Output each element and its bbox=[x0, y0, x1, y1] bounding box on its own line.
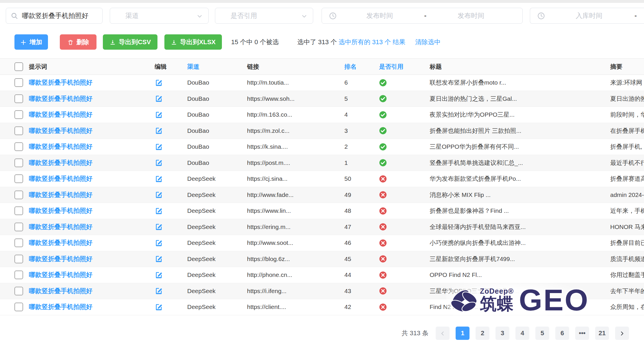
select-all-checkbox[interactable] bbox=[14, 62, 23, 71]
cited-yes-icon bbox=[379, 143, 387, 151]
edit-button[interactable] bbox=[155, 223, 163, 231]
row-checkbox[interactable] bbox=[14, 223, 23, 231]
edit-button[interactable] bbox=[155, 111, 163, 119]
row-checkbox[interactable] bbox=[14, 191, 23, 199]
edit-button[interactable] bbox=[155, 79, 163, 87]
rank-value: 46 bbox=[344, 239, 377, 246]
prompt-link[interactable]: 哪款竖折叠手机拍照好 bbox=[29, 159, 92, 166]
column-header-prompt: 提示词 bbox=[29, 63, 155, 71]
cited-select[interactable]: 是否引用 bbox=[215, 8, 313, 24]
prompt-link[interactable]: 哪款竖折叠手机拍照好 bbox=[29, 95, 92, 102]
select-all-results-link[interactable]: 选中所有的 313 个 结果 bbox=[339, 34, 405, 50]
pagination-prev-button[interactable] bbox=[436, 327, 450, 340]
summary-value: 折叠屏手机, bbox=[610, 143, 644, 151]
row-checkbox[interactable] bbox=[14, 174, 23, 183]
prompt-link[interactable]: 哪款竖折叠手机拍照好 bbox=[29, 303, 92, 310]
prompt-link[interactable]: 哪款竖折叠手机拍照好 bbox=[29, 207, 92, 214]
column-header-summary: 摘要 bbox=[610, 63, 644, 71]
row-checkbox[interactable] bbox=[14, 255, 23, 263]
storage-time-range-picker[interactable]: 入库时间 - bbox=[530, 8, 644, 24]
edit-pencil-icon bbox=[155, 273, 163, 277]
chevron-down-icon bbox=[196, 12, 203, 20]
row-checkbox[interactable] bbox=[14, 206, 23, 215]
add-button[interactable]: 增加 bbox=[14, 34, 48, 50]
edit-button[interactable] bbox=[155, 287, 163, 295]
channel-value: DeepSeek bbox=[187, 191, 247, 198]
link-value: http://phone.cn... bbox=[247, 271, 344, 278]
pagination-ellipsis[interactable]: ••• bbox=[575, 327, 589, 340]
pagination-page-21[interactable]: 21 bbox=[595, 327, 609, 340]
prompt-link[interactable]: 哪款竖折叠手机拍照好 bbox=[29, 143, 92, 150]
channel-select-placeholder: 渠道 bbox=[125, 11, 196, 20]
row-checkbox[interactable] bbox=[14, 271, 23, 279]
column-header-channel[interactable]: 渠道 bbox=[187, 63, 247, 71]
prompt-link[interactable]: 哪款竖折叠手机拍照好 bbox=[29, 271, 92, 278]
table-row: 哪款竖折叠手机拍照好 DouBao https://www.soh... 5 bbox=[0, 91, 644, 107]
chevron-right-icon bbox=[619, 329, 625, 337]
pagination-page-3[interactable]: 3 bbox=[495, 327, 509, 340]
range-separator: - bbox=[422, 12, 428, 20]
channel-select[interactable]: 渠道 bbox=[110, 8, 209, 24]
prompt-link[interactable]: 哪款竖折叠手机拍照好 bbox=[29, 223, 92, 230]
export-xlsx-button[interactable]: 导出到XLSX bbox=[164, 34, 222, 50]
pagination-page-6[interactable]: 6 bbox=[555, 327, 569, 340]
summary-value: 你用过翻盖手 bbox=[610, 271, 644, 279]
summary-value: 折叠屏赛道高 bbox=[610, 175, 644, 183]
edit-button[interactable] bbox=[155, 191, 163, 199]
search-value: 哪款竖折叠手机拍照好 bbox=[22, 11, 88, 20]
clock-icon bbox=[537, 12, 545, 20]
pagination-page-1[interactable]: 1 bbox=[456, 327, 469, 340]
edit-button[interactable] bbox=[155, 127, 163, 135]
column-header-cited[interactable]: 是否引用 bbox=[377, 63, 430, 71]
export-csv-button[interactable]: 导出到CSV bbox=[103, 34, 157, 50]
delete-button[interactable]: 删除 bbox=[60, 34, 96, 50]
prompt-link[interactable]: 哪款竖折叠手机拍照好 bbox=[29, 191, 92, 198]
prompt-link[interactable]: 哪款竖折叠手机拍照好 bbox=[29, 239, 92, 246]
pagination-page-5[interactable]: 5 bbox=[535, 327, 549, 340]
row-checkbox[interactable] bbox=[14, 94, 23, 103]
edit-pencil-icon bbox=[155, 113, 163, 117]
edit-button[interactable] bbox=[155, 159, 163, 167]
clear-selection-link[interactable]: 清除选中 bbox=[415, 34, 441, 50]
row-checkbox[interactable] bbox=[14, 159, 23, 167]
row-checkbox[interactable] bbox=[14, 110, 23, 119]
prompt-link[interactable]: 哪款竖折叠手机拍照好 bbox=[29, 255, 92, 262]
link-value: http://www.fade... bbox=[247, 191, 344, 198]
summary-value: 前段时间，华 bbox=[610, 111, 644, 119]
row-checkbox[interactable] bbox=[14, 287, 23, 295]
cited-no-icon bbox=[379, 271, 387, 279]
filter-bar: 哪款竖折叠手机拍照好 渠道 是否引用 发布时间 - 发布时间 bbox=[0, 3, 644, 29]
prompt-link[interactable]: 哪款竖折叠手机拍照好 bbox=[29, 287, 92, 295]
column-header-rank[interactable]: 排名 bbox=[344, 63, 377, 71]
title-value: 全球最轻薄内折手机登陆马来西亚... bbox=[430, 223, 610, 231]
title-value: 夏日出游的热门之选，三星Gal... bbox=[430, 95, 610, 103]
search-input[interactable]: 哪款竖折叠手机拍照好 bbox=[6, 8, 103, 24]
row-checkbox[interactable] bbox=[14, 142, 23, 151]
edit-button[interactable] bbox=[155, 95, 163, 103]
edit-button[interactable] bbox=[155, 255, 163, 263]
prompt-link[interactable]: 哪款竖折叠手机拍照好 bbox=[29, 127, 92, 134]
pagination-page-4[interactable]: 4 bbox=[515, 327, 529, 340]
export-xlsx-label: 导出到XLSX bbox=[180, 38, 216, 46]
link-value: https://m.zol.c... bbox=[247, 127, 344, 134]
row-checkbox[interactable] bbox=[14, 239, 23, 247]
edit-button[interactable] bbox=[155, 239, 163, 247]
publish-time-range-picker[interactable]: 发布时间 - 发布时间 bbox=[322, 8, 523, 24]
edit-button[interactable] bbox=[155, 271, 163, 279]
pagination-page-2[interactable]: 2 bbox=[476, 327, 489, 340]
prompt-link[interactable]: 哪款竖折叠手机拍照好 bbox=[29, 175, 92, 182]
row-checkbox[interactable] bbox=[14, 126, 23, 135]
edit-button[interactable] bbox=[155, 207, 163, 215]
title-value: 联想发布竖屏小折叠moto r... bbox=[430, 79, 610, 87]
edit-button[interactable] bbox=[155, 303, 163, 311]
row-checkbox[interactable] bbox=[14, 78, 23, 87]
prompt-link[interactable]: 哪款竖折叠手机拍照好 bbox=[29, 111, 92, 118]
title-value: 折叠屏也能拍出好照片 三款拍照... bbox=[430, 127, 610, 135]
prompt-link[interactable]: 哪款竖折叠手机拍照好 bbox=[29, 79, 92, 86]
channel-value: DouBao bbox=[187, 111, 247, 118]
title-value: 小巧便携的纵向折叠手机成出游神... bbox=[430, 239, 610, 247]
edit-button[interactable] bbox=[155, 175, 163, 183]
pagination-next-button[interactable] bbox=[615, 327, 629, 340]
row-checkbox[interactable] bbox=[14, 303, 23, 311]
edit-button[interactable] bbox=[155, 143, 163, 151]
